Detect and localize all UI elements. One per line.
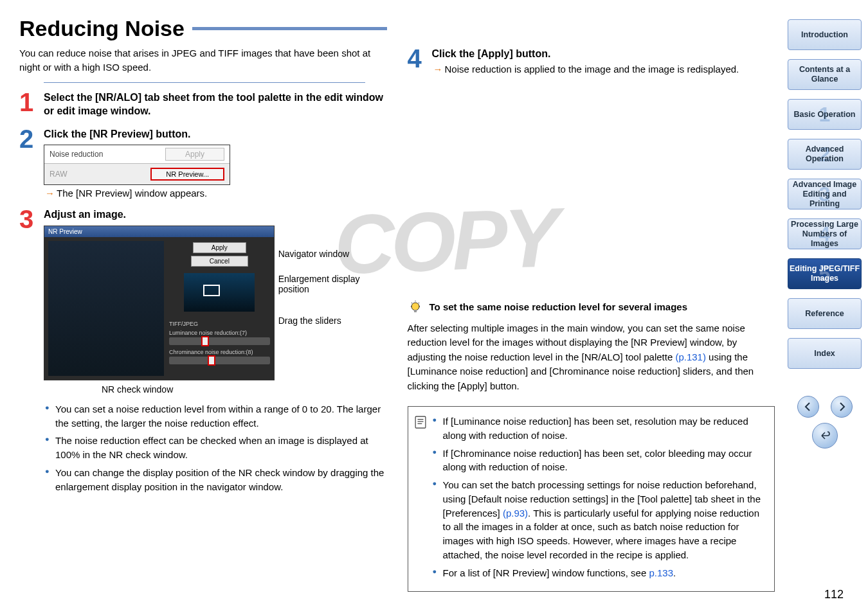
step-2-title: Click the [NR Preview] button. [44, 127, 387, 141]
svg-rect-1 [414, 310, 417, 312]
step-2: 2 Click the [NR Preview] button. Noise r… [19, 127, 387, 199]
next-page-button[interactable] [831, 396, 853, 418]
nr-check-window-caption: NR check window [102, 384, 387, 395]
note-icon [415, 416, 426, 583]
heading-rule [192, 27, 387, 30]
intro-paragraph: You can reduce noise that arises in JPEG… [19, 46, 387, 75]
bullet-100pct: The noise reduction effect can be checke… [45, 434, 387, 462]
chrominance-slider-thumb [208, 355, 215, 366]
section-divider [44, 82, 365, 83]
annot-enlargement: Enlargement display position [278, 274, 360, 295]
nr-apply-button: Apply [193, 242, 246, 253]
heading-text: Reducing Noise [19, 16, 185, 41]
bullet-range: You can set a noise reduction level from… [45, 402, 387, 431]
step-3-bullets: You can set a noise reduction level from… [45, 402, 387, 494]
apply-button-disabled: Apply [165, 148, 224, 161]
enlargement-position-box [203, 285, 220, 296]
nr-cancel-button: Cancel [191, 256, 248, 267]
tiff-jpeg-section-label: TIFF/JPEG [169, 321, 270, 327]
raw-label: RAW [50, 170, 68, 179]
nav-contents[interactable]: Contents at a Glance [788, 59, 862, 90]
tip-title: To set the same noise reduction level fo… [429, 301, 688, 312]
step-1: 1 Select the [NR/ALO] tab sheet from the… [19, 91, 387, 118]
noise-reduction-panel-screenshot: Noise reduction Apply RAW NR Preview... [44, 145, 230, 185]
navigator-window-area [184, 273, 255, 312]
nr-preview-titlebar: NR Preview [44, 226, 274, 237]
step-4-result: →Noise reduction is applied to the image… [433, 64, 775, 75]
note-batch: You can set the batch processing setting… [433, 478, 766, 562]
nav-advanced-operation[interactable]: 2Advanced Operation [788, 139, 862, 170]
note-chrominance: If [Chrominance noise reduction] has bee… [433, 447, 766, 475]
screenshot-annotations: Navigator window Enlargement display pos… [278, 226, 387, 341]
annot-drag-sliders: Drag the sliders [278, 315, 341, 326]
luminance-slider-label: Luminance noise reduction:(7) [169, 330, 270, 336]
luminance-slider [169, 337, 270, 345]
link-p131[interactable]: (p.131) [675, 351, 706, 362]
nr-preview-window-screenshot: NR Preview Apply Cancel TIFF/JPEG [44, 226, 275, 380]
nav-reference[interactable]: Reference [788, 298, 862, 329]
nav-introduction[interactable]: Introduction [788, 19, 862, 50]
noise-reduction-label: Noise reduction [50, 150, 103, 159]
tip-header: To set the same noise reduction level fo… [408, 299, 775, 315]
note-luminance: If [Luminance noise reduction] has been … [433, 414, 766, 443]
left-column: Reducing Noise You can reduce noise that… [19, 16, 387, 607]
sidebar-nav: Introduction Contents at a Glance 1Basic… [781, 16, 868, 607]
prev-page-button[interactable] [797, 396, 819, 418]
step-number-3: 3 [19, 208, 44, 497]
step-4: 4 Click the [Apply] button. →Noise reduc… [408, 47, 775, 75]
step-4-title: Click the [Apply] button. [432, 47, 775, 61]
page-number: 112 [824, 588, 844, 601]
svg-rect-2 [415, 416, 426, 428]
annot-navigator: Navigator window [278, 249, 350, 259]
nav-advanced-image-editing[interactable]: 3Advanced Image Editing and Printing [788, 179, 862, 209]
nav-processing-large-numbers[interactable]: 4Processing Large Numbers of Images [788, 218, 862, 249]
chrominance-slider [169, 357, 270, 364]
tip-body: After selecting multiple images in the m… [408, 321, 775, 394]
note-list: If [Luminance noise reduction] has been … [433, 414, 766, 583]
page-heading: Reducing Noise [19, 16, 387, 41]
svg-point-0 [411, 303, 419, 310]
bullet-drag-position: You can change the display position of t… [45, 466, 387, 494]
lightbulb-icon [408, 299, 423, 315]
link-p93[interactable]: (p.93) [503, 508, 528, 519]
link-p133[interactable]: p.133 [649, 567, 673, 578]
nr-preview-button-highlighted: NR Preview... [150, 168, 224, 181]
nav-index[interactable]: Index [788, 338, 862, 369]
result-arrow-icon: → [45, 188, 55, 199]
result-arrow-icon: → [433, 64, 443, 75]
note-box: If [Luminance noise reduction] has been … [408, 406, 775, 592]
step-1-title: Select the [NR/ALO] tab sheet from the t… [44, 91, 387, 118]
step-2-result: →The [NR Preview] window appears. [45, 188, 387, 199]
step-number-2: 2 [19, 127, 44, 199]
content-area: Reducing Noise You can reduce noise that… [19, 16, 781, 607]
step-number-4: 4 [408, 47, 432, 75]
note-function-list: For a list of [NR Preview] window functi… [433, 566, 766, 580]
page-container: Reducing Noise You can reduce noise that… [0, 0, 868, 613]
nav-basic-operation[interactable]: 1Basic Operation [788, 99, 862, 130]
back-button[interactable] [812, 423, 838, 449]
page-nav-arrows [797, 396, 853, 418]
chrominance-slider-label: Chrominance noise reduction:(8) [169, 349, 270, 355]
nav-editing-jpeg-tiff[interactable]: 5Editing JPEG/TIFF Images [788, 258, 862, 289]
step-3-title: Adjust an image. [44, 208, 387, 222]
step-3: 3 Adjust an image. NR Preview Apply Canc… [19, 208, 387, 497]
luminance-slider-thumb [201, 336, 209, 346]
step-number-1: 1 [19, 91, 44, 118]
right-column: 4 Click the [Apply] button. →Noise reduc… [408, 16, 775, 607]
nr-check-window-area [48, 241, 164, 376]
